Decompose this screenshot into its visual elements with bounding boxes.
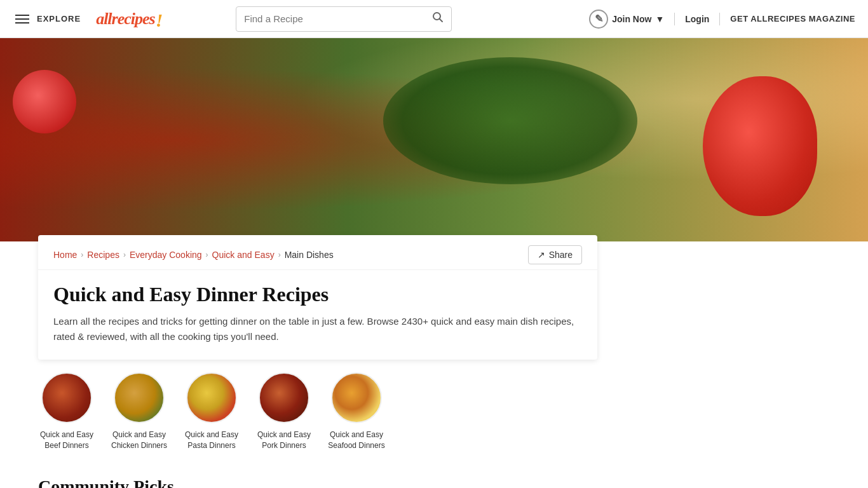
chevron-down-icon: ▼: [655, 14, 664, 24]
header: EXPLORE allrecipes! ✎ Join Now ▼ Login G…: [0, 0, 868, 38]
logo-dot: !: [156, 10, 163, 30]
page-title: Quick and Easy Dinner Recipes: [53, 283, 582, 306]
breadcrumb-sep-2: ›: [123, 250, 126, 259]
join-now-button[interactable]: ✎ Join Now ▼: [589, 10, 664, 29]
category-beef-image: [41, 372, 92, 423]
divider: [674, 13, 675, 25]
logo-text: allrecipes!: [96, 10, 162, 29]
header-right: ✎ Join Now ▼ Login GET ALLRECIPES MAGAZI…: [589, 10, 855, 29]
logo[interactable]: allrecipes!: [96, 10, 162, 29]
hero-image: [0, 38, 868, 241]
category-chicken-image: [114, 372, 165, 423]
breadcrumb-home[interactable]: Home: [53, 250, 77, 260]
hamburger-menu-icon[interactable]: [13, 12, 32, 26]
category-pasta-image: [186, 372, 237, 423]
category-seafood-label: Quick and Easy Seafood Dinners: [328, 430, 385, 451]
search-icon: [432, 11, 444, 23]
header-left: EXPLORE: [13, 12, 81, 26]
magazine-link[interactable]: GET ALLRECIPES MAGAZINE: [730, 14, 855, 24]
community-section: Community Picks ♥ ♥ ♥: [0, 464, 868, 488]
breadcrumb-sep-1: ›: [81, 250, 83, 259]
search-button[interactable]: [432, 11, 444, 26]
user-avatar-icon: ✎: [589, 10, 608, 29]
categories-section: Quick and Easy Beef Dinners Quick and Ea…: [0, 360, 868, 464]
breadcrumb-quick-and-easy[interactable]: Quick and Easy: [212, 250, 275, 260]
category-seafood-image: [331, 372, 382, 423]
community-picks-title: Community Picks: [38, 477, 830, 488]
explore-label[interactable]: EXPLORE: [37, 14, 81, 24]
category-pasta[interactable]: Quick and Easy Pasta Dinners: [183, 372, 240, 451]
hero-bowl-decoration: [13, 70, 76, 133]
breadcrumb-recipes[interactable]: Recipes: [87, 250, 119, 260]
content-card: Home › Recipes › Everyday Cooking › Quic…: [38, 235, 597, 360]
search-input[interactable]: [244, 13, 432, 24]
share-button[interactable]: ↗ Share: [528, 245, 582, 264]
page-title-section: Quick and Easy Dinner Recipes Learn all …: [38, 270, 597, 360]
category-pasta-label: Quick and Easy Pasta Dinners: [183, 430, 240, 451]
category-chicken[interactable]: Quick and Easy Chicken Dinners: [111, 372, 168, 451]
svg-line-1: [440, 19, 443, 22]
login-button[interactable]: Login: [685, 14, 709, 24]
category-chicken-label: Quick and Easy Chicken Dinners: [111, 430, 168, 451]
category-pork[interactable]: Quick and Easy Pork Dinners: [255, 372, 313, 451]
breadcrumb: Home › Recipes › Everyday Cooking › Quic…: [38, 235, 597, 270]
breadcrumb-sep-3: ›: [206, 250, 208, 259]
hero-tomato-decoration: [703, 76, 817, 216]
category-pork-label: Quick and Easy Pork Dinners: [255, 430, 313, 451]
share-icon: ↗: [538, 250, 545, 260]
category-beef[interactable]: Quick and Easy Beef Dinners: [38, 372, 95, 451]
category-beef-label: Quick and Easy Beef Dinners: [38, 430, 95, 451]
search-bar: [236, 6, 452, 32]
breadcrumb-everyday-cooking[interactable]: Everyday Cooking: [130, 250, 202, 260]
category-seafood[interactable]: Quick and Easy Seafood Dinners: [328, 372, 385, 451]
divider: [719, 13, 720, 25]
hero-spinach-decoration: [383, 57, 637, 184]
breadcrumb-main-dishes: Main Dishes: [285, 250, 334, 260]
page-description: Learn all the recipes and tricks for get…: [53, 314, 582, 344]
category-pork-image: [259, 372, 309, 423]
breadcrumb-sep-4: ›: [278, 250, 281, 259]
